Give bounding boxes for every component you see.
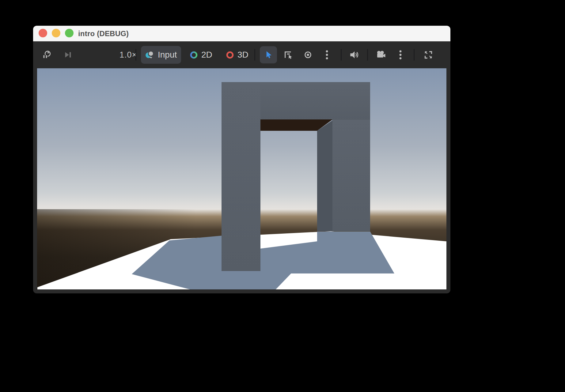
camera-override-button[interactable]	[374, 47, 388, 63]
pause-game-button[interactable]	[40, 47, 53, 63]
kebab-menu-icon	[396, 50, 404, 60]
camera-options-menu-button[interactable]	[394, 47, 407, 63]
camera-preview-button[interactable]	[301, 47, 315, 63]
movie-camera-icon	[376, 50, 386, 60]
toolbar-divider	[367, 49, 368, 61]
toolbar-divider	[341, 49, 342, 61]
mode-3d-label: 3D	[237, 50, 248, 60]
toolbar-divider	[135, 49, 136, 61]
cursor-icon	[264, 50, 273, 59]
scene-canvas	[37, 68, 446, 289]
kebab-menu-icon	[323, 50, 331, 60]
app-window: intro (DEBUG) 1.0×	[33, 26, 450, 293]
game-viewport[interactable]	[37, 68, 446, 289]
arch-left-pillar	[222, 82, 260, 271]
next-frame-icon	[64, 51, 72, 59]
pause-clock-icon	[42, 50, 51, 59]
3d-mode-icon	[226, 51, 234, 59]
select-tool-button[interactable]	[260, 46, 277, 63]
view-options-menu-button[interactable]	[320, 47, 334, 63]
input-mode-button[interactable]: Input	[141, 46, 181, 64]
speed-scale-value[interactable]: 1.0×	[119, 50, 137, 60]
input-mode-label: Input	[158, 50, 177, 60]
toolbar: 1.0× Input	[33, 41, 450, 68]
arch-inner-face	[317, 120, 332, 231]
2d-mode-icon	[190, 51, 198, 59]
window-title: intro (DEBUG)	[78, 26, 129, 41]
next-frame-button[interactable]	[61, 47, 75, 63]
arch-right-pillar	[332, 120, 370, 231]
joystick-icon	[145, 50, 154, 59]
speaker-icon	[349, 50, 359, 60]
list-select-icon	[283, 50, 293, 59]
fullscreen-expand-icon	[424, 50, 433, 59]
list-select-button[interactable]	[281, 47, 295, 63]
minimize-button[interactable]	[52, 29, 60, 37]
close-button[interactable]	[39, 29, 47, 37]
audio-mute-button[interactable]	[347, 47, 361, 63]
mode-2d-button[interactable]: 2D	[185, 46, 217, 64]
target-eye-icon	[303, 50, 313, 59]
toolbar-divider	[254, 49, 255, 61]
fullscreen-button[interactable]	[422, 47, 435, 63]
maximize-button[interactable]	[65, 29, 74, 37]
mode-3d-button[interactable]: 3D	[222, 46, 253, 64]
mode-2d-label: 2D	[201, 50, 212, 60]
window-titlebar[interactable]: intro (DEBUG)	[33, 26, 450, 41]
toolbar-divider	[414, 49, 415, 61]
